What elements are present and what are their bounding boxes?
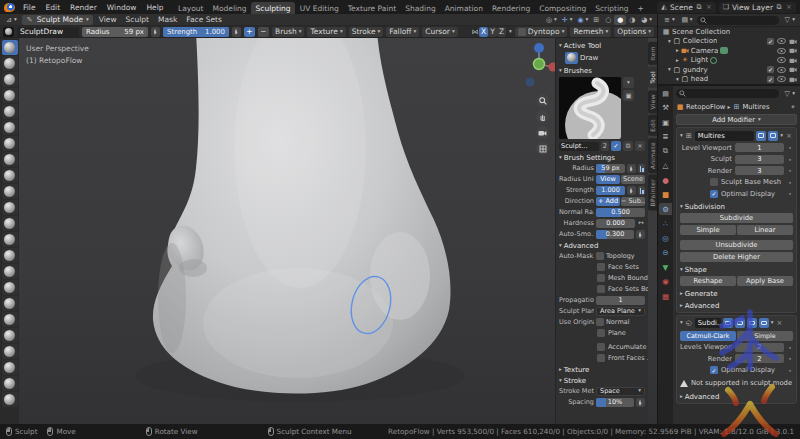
face-sets-boundary-checkbox[interactable] <box>597 285 605 293</box>
outliner-row-gundry[interactable]: ▾ ▢ gundry ✓ <box>658 65 800 75</box>
outliner-row-light[interactable]: ▸ ☀ Light <box>658 56 800 66</box>
outliner-search-input[interactable] <box>697 16 780 25</box>
brush-tool-icon[interactable] <box>2 392 18 407</box>
edit-mode-toggle[interactable] <box>735 318 745 328</box>
dyntopo-checkbox[interactable] <box>518 28 526 36</box>
menu-file[interactable]: File <box>19 3 40 12</box>
reshape-button[interactable]: Reshape <box>680 276 736 286</box>
brush-tool-icon[interactable] <box>2 264 18 279</box>
sidebar-tab-tool[interactable]: Tool <box>648 67 657 88</box>
brush-tool-icon[interactable] <box>2 232 18 247</box>
cursor-popover[interactable]: Cursor▾ <box>422 27 457 37</box>
outliner-row-scene-collection[interactable]: ▦ Scene Collection <box>658 27 800 37</box>
mirror-x-toggle[interactable]: X <box>479 27 488 37</box>
expand-caret-icon[interactable]: ▾ <box>676 77 679 83</box>
topology-checkbox[interactable] <box>596 252 604 260</box>
animate-dot-icon[interactable]: • <box>787 344 793 351</box>
show-viewport-toggle[interactable] <box>756 131 766 141</box>
tab-modifiers-icon[interactable]: ⚙ <box>659 203 672 215</box>
levels-viewport-field[interactable]: 2 <box>735 343 784 352</box>
mode-selector[interactable]: ✎ Sculpt Mode ▾ <box>22 15 93 25</box>
subdivide-linear-button[interactable]: Linear <box>737 225 793 235</box>
sidebar-tab-bpainter[interactable]: BPainter <box>648 175 657 211</box>
sidebar-tab-view[interactable]: View <box>648 90 657 113</box>
direction-segment[interactable]: + Add− Sub.. <box>596 197 645 206</box>
brush-tool-icon[interactable] <box>2 136 18 151</box>
tab-output-icon[interactable]: ≣ <box>659 131 672 143</box>
tab-shading[interactable]: Shading <box>401 2 440 14</box>
brush-tool-icon[interactable] <box>2 248 18 263</box>
eye-icon[interactable] <box>777 48 786 54</box>
brush-user-count[interactable]: 2 <box>601 141 609 151</box>
shading-wireframe-button[interactable]: ○ <box>602 15 614 25</box>
menu-window[interactable]: Window <box>103 3 141 12</box>
tab-object-icon[interactable]: ■ <box>659 189 672 201</box>
brush-image-icon[interactable]: ▣ <box>623 90 634 101</box>
menu-viewport-face-sets[interactable]: Face Sets <box>183 15 225 24</box>
brush-settings-section-header[interactable]: ▾Brush Settings <box>559 154 645 162</box>
show-gizmo-button[interactable]: ⊞ <box>590 15 602 25</box>
brush-tool-icon[interactable] <box>2 344 18 359</box>
animate-dot-icon[interactable]: • <box>787 355 793 362</box>
pen-icon[interactable] <box>636 398 645 407</box>
brushes-section-header[interactable]: ▾Brushes <box>559 67 645 75</box>
front-faces-checkbox[interactable] <box>597 354 605 362</box>
stroke-method-dropdown[interactable]: Space▾ <box>596 387 645 396</box>
camera-toggle-icon[interactable] <box>789 38 797 45</box>
expand-caret-icon[interactable]: ▾ <box>668 39 671 45</box>
brush-tool-icon[interactable] <box>2 184 18 199</box>
render-levels-field[interactable]: 2 <box>735 354 784 363</box>
sculpt-plane-dropdown[interactable]: Area Plane▾ <box>596 307 645 316</box>
new-view-layer-icon[interactable]: ⧉ <box>775 3 783 11</box>
close-icon[interactable]: × <box>785 3 793 11</box>
shape-section-header[interactable]: ▾Shape <box>680 266 793 274</box>
blender-logo-icon[interactable] <box>4 3 15 12</box>
tab-view-layer-icon[interactable]: ⧉ <box>659 145 672 157</box>
range-icon[interactable]: ↔ <box>637 219 645 227</box>
brush-tool-icon[interactable] <box>2 104 18 119</box>
eye-icon[interactable] <box>777 67 786 73</box>
zoom-icon[interactable] <box>536 94 549 107</box>
tab-layout[interactable]: Layout <box>173 2 208 14</box>
menu-viewport-view[interactable]: View <box>96 15 120 24</box>
tab-texture-paint[interactable]: Texture Paint <box>343 2 400 14</box>
tab-particles-icon[interactable]: ∴ <box>659 218 672 230</box>
brush-tool-icon[interactable] <box>2 56 18 71</box>
collapse-caret-icon[interactable]: ▾ <box>680 133 683 139</box>
fake-user-shield-icon[interactable]: ✓ <box>611 141 621 151</box>
stroke-section-header[interactable]: ▾Stroke <box>559 377 645 385</box>
draw-tool-icon[interactable] <box>565 52 578 64</box>
exclude-checkbox[interactable]: ✓ <box>767 38 774 45</box>
camera-toggle-icon[interactable] <box>789 66 797 73</box>
shading-material-button[interactable]: ◑ <box>626 15 638 25</box>
on-cage-toggle[interactable] <box>723 318 733 328</box>
brush-tool-icon[interactable] <box>2 296 18 311</box>
level-viewport-field[interactable]: 1 <box>735 143 784 152</box>
pen-icon[interactable] <box>627 186 636 195</box>
eye-icon[interactable] <box>777 38 786 44</box>
brush-tool-icon[interactable] <box>2 40 18 55</box>
tab-texture-icon[interactable]: ▦ <box>659 290 672 302</box>
remove-modifier-icon[interactable]: × <box>785 132 793 140</box>
autosmooth-field[interactable]: 0.300 <box>596 230 634 239</box>
view-layer-selector[interactable]: ❏ View Layer ⧉ × <box>719 2 796 13</box>
camera-toggle-icon[interactable] <box>789 57 797 64</box>
filter-funnel-icon[interactable]: ▽▾ <box>781 15 797 25</box>
sidebar-tab-edit[interactable]: Edit <box>648 115 657 136</box>
pin-icon[interactable]: ⌖ <box>789 103 797 111</box>
normal-radius-field[interactable]: 0.500 <box>596 208 645 217</box>
filter-funnel-icon[interactable]: ▽▾ <box>781 89 797 99</box>
brush-datablock-name[interactable]: Sculpt... <box>559 142 599 151</box>
radius-slider[interactable]: Radius 59 px <box>82 27 148 37</box>
pressure-icon[interactable] <box>638 164 645 173</box>
tab-physics-icon[interactable]: ◎ <box>659 232 672 244</box>
eye-icon[interactable] <box>777 76 786 82</box>
scene-selector[interactable]: ◭ Scene ⧉ × <box>657 2 716 13</box>
advanced-section-header[interactable]: ▸Advanced <box>680 393 793 401</box>
extras-dropdown-icon[interactable]: ▾ <box>771 320 774 326</box>
outliner-row-camera[interactable]: ▸ Camera <box>658 46 800 56</box>
menu-edit[interactable]: Edit <box>42 3 65 12</box>
tab-modeling[interactable]: Modeling <box>208 2 251 14</box>
add-modifier-button[interactable]: Add Modifier▾ <box>676 114 797 125</box>
render-levels-field[interactable]: 3 <box>735 166 784 175</box>
